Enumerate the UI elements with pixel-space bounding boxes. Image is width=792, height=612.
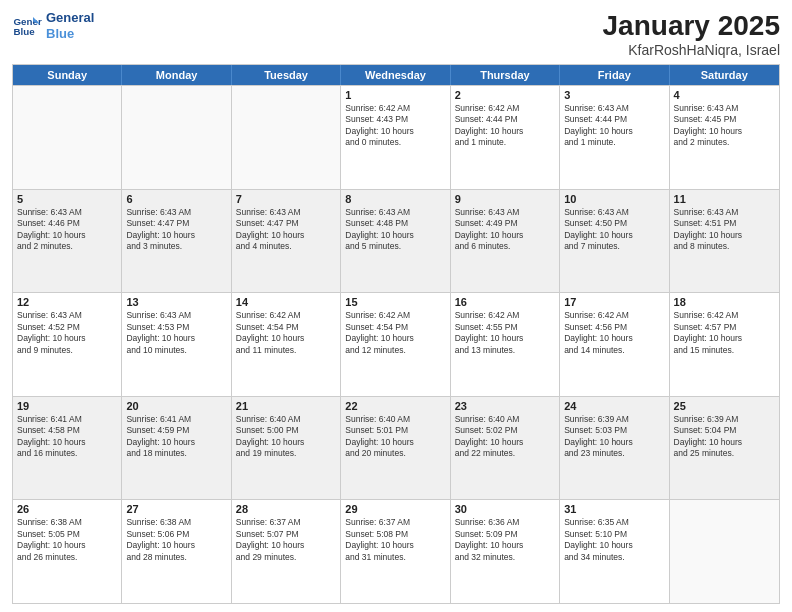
- weekday-header: Friday: [560, 65, 669, 85]
- weekday-header: Monday: [122, 65, 231, 85]
- calendar-cell: 15Sunrise: 6:42 AM Sunset: 4:54 PM Dayli…: [341, 293, 450, 396]
- day-number: 30: [455, 503, 555, 515]
- day-info: Sunrise: 6:43 AM Sunset: 4:48 PM Dayligh…: [345, 207, 445, 253]
- day-info: Sunrise: 6:37 AM Sunset: 5:08 PM Dayligh…: [345, 517, 445, 563]
- day-number: 4: [674, 89, 775, 101]
- day-number: 18: [674, 296, 775, 308]
- calendar-week: 5Sunrise: 6:43 AM Sunset: 4:46 PM Daylig…: [13, 189, 779, 293]
- day-info: Sunrise: 6:41 AM Sunset: 4:58 PM Dayligh…: [17, 414, 117, 460]
- day-info: Sunrise: 6:39 AM Sunset: 5:04 PM Dayligh…: [674, 414, 775, 460]
- weekday-header: Sunday: [13, 65, 122, 85]
- day-info: Sunrise: 6:43 AM Sunset: 4:45 PM Dayligh…: [674, 103, 775, 149]
- weekday-header: Thursday: [451, 65, 560, 85]
- day-number: 14: [236, 296, 336, 308]
- day-info: Sunrise: 6:43 AM Sunset: 4:50 PM Dayligh…: [564, 207, 664, 253]
- calendar-cell: 22Sunrise: 6:40 AM Sunset: 5:01 PM Dayli…: [341, 397, 450, 500]
- day-info: Sunrise: 6:43 AM Sunset: 4:49 PM Dayligh…: [455, 207, 555, 253]
- calendar-cell: [13, 86, 122, 189]
- day-number: 17: [564, 296, 664, 308]
- weekday-header: Wednesday: [341, 65, 450, 85]
- calendar-cell: 5Sunrise: 6:43 AM Sunset: 4:46 PM Daylig…: [13, 190, 122, 293]
- calendar-cell: 2Sunrise: 6:42 AM Sunset: 4:44 PM Daylig…: [451, 86, 560, 189]
- calendar-cell: 3Sunrise: 6:43 AM Sunset: 4:44 PM Daylig…: [560, 86, 669, 189]
- day-info: Sunrise: 6:40 AM Sunset: 5:00 PM Dayligh…: [236, 414, 336, 460]
- calendar-cell: 14Sunrise: 6:42 AM Sunset: 4:54 PM Dayli…: [232, 293, 341, 396]
- day-number: 15: [345, 296, 445, 308]
- calendar-cell: 18Sunrise: 6:42 AM Sunset: 4:57 PM Dayli…: [670, 293, 779, 396]
- calendar-cell: 19Sunrise: 6:41 AM Sunset: 4:58 PM Dayli…: [13, 397, 122, 500]
- calendar-cell: 30Sunrise: 6:36 AM Sunset: 5:09 PM Dayli…: [451, 500, 560, 603]
- calendar-cell: 12Sunrise: 6:43 AM Sunset: 4:52 PM Dayli…: [13, 293, 122, 396]
- calendar-cell: 28Sunrise: 6:37 AM Sunset: 5:07 PM Dayli…: [232, 500, 341, 603]
- day-info: Sunrise: 6:43 AM Sunset: 4:47 PM Dayligh…: [126, 207, 226, 253]
- day-number: 13: [126, 296, 226, 308]
- calendar-cell: 6Sunrise: 6:43 AM Sunset: 4:47 PM Daylig…: [122, 190, 231, 293]
- day-number: 2: [455, 89, 555, 101]
- calendar-cell: 24Sunrise: 6:39 AM Sunset: 5:03 PM Dayli…: [560, 397, 669, 500]
- calendar-week: 1Sunrise: 6:42 AM Sunset: 4:43 PM Daylig…: [13, 85, 779, 189]
- day-number: 29: [345, 503, 445, 515]
- calendar-cell: 9Sunrise: 6:43 AM Sunset: 4:49 PM Daylig…: [451, 190, 560, 293]
- day-number: 27: [126, 503, 226, 515]
- calendar-cell: 7Sunrise: 6:43 AM Sunset: 4:47 PM Daylig…: [232, 190, 341, 293]
- calendar: SundayMondayTuesdayWednesdayThursdayFrid…: [12, 64, 780, 604]
- calendar-cell: 31Sunrise: 6:35 AM Sunset: 5:10 PM Dayli…: [560, 500, 669, 603]
- calendar-cell: [232, 86, 341, 189]
- day-info: Sunrise: 6:43 AM Sunset: 4:46 PM Dayligh…: [17, 207, 117, 253]
- calendar-cell: 1Sunrise: 6:42 AM Sunset: 4:43 PM Daylig…: [341, 86, 450, 189]
- day-info: Sunrise: 6:36 AM Sunset: 5:09 PM Dayligh…: [455, 517, 555, 563]
- day-number: 10: [564, 193, 664, 205]
- logo: General Blue General Blue: [12, 10, 94, 41]
- day-info: Sunrise: 6:37 AM Sunset: 5:07 PM Dayligh…: [236, 517, 336, 563]
- day-info: Sunrise: 6:42 AM Sunset: 4:54 PM Dayligh…: [345, 310, 445, 356]
- day-info: Sunrise: 6:39 AM Sunset: 5:03 PM Dayligh…: [564, 414, 664, 460]
- day-number: 3: [564, 89, 664, 101]
- day-info: Sunrise: 6:42 AM Sunset: 4:55 PM Dayligh…: [455, 310, 555, 356]
- calendar-header: SundayMondayTuesdayWednesdayThursdayFrid…: [13, 65, 779, 85]
- day-info: Sunrise: 6:43 AM Sunset: 4:47 PM Dayligh…: [236, 207, 336, 253]
- calendar-cell: 26Sunrise: 6:38 AM Sunset: 5:05 PM Dayli…: [13, 500, 122, 603]
- calendar-cell: 4Sunrise: 6:43 AM Sunset: 4:45 PM Daylig…: [670, 86, 779, 189]
- day-number: 24: [564, 400, 664, 412]
- calendar-cell: [122, 86, 231, 189]
- day-number: 5: [17, 193, 117, 205]
- logo-icon: General Blue: [12, 11, 42, 41]
- day-number: 1: [345, 89, 445, 101]
- calendar-cell: 16Sunrise: 6:42 AM Sunset: 4:55 PM Dayli…: [451, 293, 560, 396]
- day-info: Sunrise: 6:38 AM Sunset: 5:06 PM Dayligh…: [126, 517, 226, 563]
- day-number: 8: [345, 193, 445, 205]
- day-info: Sunrise: 6:40 AM Sunset: 5:01 PM Dayligh…: [345, 414, 445, 460]
- calendar-cell: 20Sunrise: 6:41 AM Sunset: 4:59 PM Dayli…: [122, 397, 231, 500]
- calendar-cell: 13Sunrise: 6:43 AM Sunset: 4:53 PM Dayli…: [122, 293, 231, 396]
- day-number: 22: [345, 400, 445, 412]
- day-info: Sunrise: 6:40 AM Sunset: 5:02 PM Dayligh…: [455, 414, 555, 460]
- day-info: Sunrise: 6:42 AM Sunset: 4:56 PM Dayligh…: [564, 310, 664, 356]
- calendar-cell: 23Sunrise: 6:40 AM Sunset: 5:02 PM Dayli…: [451, 397, 560, 500]
- calendar-cell: 10Sunrise: 6:43 AM Sunset: 4:50 PM Dayli…: [560, 190, 669, 293]
- day-info: Sunrise: 6:35 AM Sunset: 5:10 PM Dayligh…: [564, 517, 664, 563]
- day-info: Sunrise: 6:41 AM Sunset: 4:59 PM Dayligh…: [126, 414, 226, 460]
- svg-text:General: General: [14, 15, 43, 26]
- day-info: Sunrise: 6:38 AM Sunset: 5:05 PM Dayligh…: [17, 517, 117, 563]
- day-info: Sunrise: 6:42 AM Sunset: 4:44 PM Dayligh…: [455, 103, 555, 149]
- day-number: 19: [17, 400, 117, 412]
- calendar-cell: 11Sunrise: 6:43 AM Sunset: 4:51 PM Dayli…: [670, 190, 779, 293]
- calendar-cell: 17Sunrise: 6:42 AM Sunset: 4:56 PM Dayli…: [560, 293, 669, 396]
- calendar-cell: [670, 500, 779, 603]
- day-number: 20: [126, 400, 226, 412]
- header: General Blue General Blue January 2025 K…: [12, 10, 780, 58]
- day-number: 21: [236, 400, 336, 412]
- logo-text: General: [46, 10, 94, 26]
- title-block: January 2025 KfarRoshHaNiqra, Israel: [603, 10, 780, 58]
- calendar-cell: 27Sunrise: 6:38 AM Sunset: 5:06 PM Dayli…: [122, 500, 231, 603]
- day-number: 9: [455, 193, 555, 205]
- svg-text:Blue: Blue: [14, 26, 36, 37]
- weekday-header: Tuesday: [232, 65, 341, 85]
- day-number: 7: [236, 193, 336, 205]
- logo-text2: Blue: [46, 26, 94, 42]
- calendar-cell: 21Sunrise: 6:40 AM Sunset: 5:00 PM Dayli…: [232, 397, 341, 500]
- calendar-week: 26Sunrise: 6:38 AM Sunset: 5:05 PM Dayli…: [13, 499, 779, 603]
- day-number: 12: [17, 296, 117, 308]
- day-number: 16: [455, 296, 555, 308]
- day-number: 23: [455, 400, 555, 412]
